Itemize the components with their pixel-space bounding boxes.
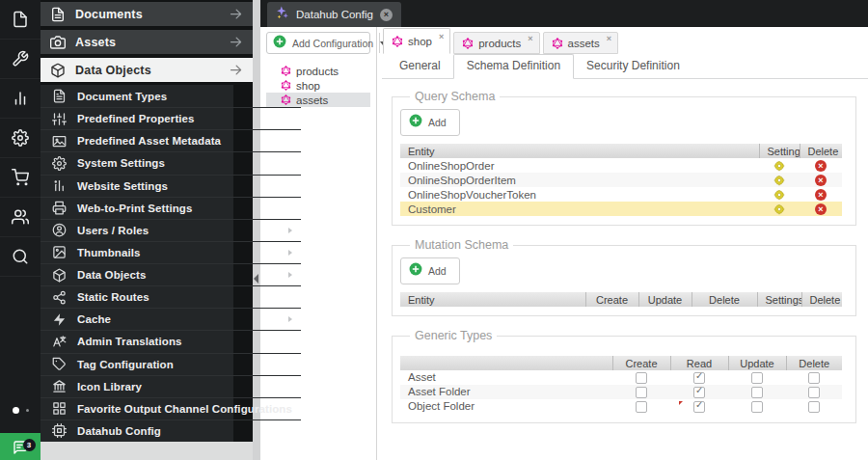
table-row[interactable]: OnlineShopOrder× bbox=[400, 158, 842, 173]
menu-item-users-roles[interactable]: Users / Roles bbox=[41, 219, 301, 241]
update-checkbox[interactable] bbox=[751, 372, 763, 384]
close-icon[interactable]: × bbox=[528, 34, 532, 43]
column-header-delete[interactable]: Delete bbox=[801, 292, 842, 307]
generic-types-table: CreateReadUpdateDelete AssetAsset Folder… bbox=[400, 356, 842, 414]
delete-icon[interactable]: × bbox=[815, 203, 827, 215]
read-checkbox[interactable] bbox=[693, 401, 705, 413]
menu-item-label: Document Types bbox=[77, 91, 167, 102]
column-header-entity[interactable]: Entity bbox=[400, 292, 585, 307]
query-schema-add-button[interactable]: Add bbox=[400, 109, 460, 136]
cart-icon[interactable] bbox=[0, 158, 41, 198]
delete-checkbox[interactable] bbox=[808, 372, 820, 384]
menu-item-label: Cache bbox=[77, 313, 111, 325]
menu-item-admin-translations[interactable]: Admin Translations bbox=[41, 330, 301, 352]
plus-circle-icon bbox=[409, 262, 422, 280]
menu-item-website-settings[interactable]: Website Settings bbox=[41, 175, 301, 197]
column-header-create[interactable]: Create bbox=[612, 356, 670, 370]
column-header-delete[interactable]: Delete bbox=[786, 356, 842, 370]
column-header-settings[interactable]: Settings bbox=[757, 292, 801, 307]
menu-item-icon-library[interactable]: Icon Library bbox=[41, 375, 301, 397]
mutation-schema-add-button[interactable]: Add bbox=[400, 257, 460, 284]
column-header-create[interactable]: Create bbox=[585, 292, 638, 307]
section-tab-security-definition[interactable]: Security Definition bbox=[574, 55, 692, 78]
settings-gear-icon[interactable] bbox=[773, 160, 785, 172]
read-checkbox[interactable] bbox=[693, 387, 705, 398]
accordion-header-documents[interactable]: Documents bbox=[41, 2, 253, 26]
graphql-icon bbox=[281, 66, 291, 76]
delete-icon[interactable]: × bbox=[815, 189, 827, 201]
table-row[interactable]: Customer× bbox=[400, 202, 842, 216]
update-checkbox[interactable] bbox=[751, 401, 763, 413]
plus-circle-icon bbox=[273, 35, 286, 52]
settings-gear-icon[interactable] bbox=[773, 189, 785, 201]
gear-icon bbox=[52, 156, 67, 171]
update-checkbox[interactable] bbox=[751, 387, 763, 398]
gear-icon[interactable] bbox=[0, 119, 41, 158]
delete-icon[interactable]: × bbox=[815, 175, 827, 186]
settings-gear-icon[interactable] bbox=[773, 203, 785, 215]
menu-item-label: Favorite Output Channel Configurations bbox=[77, 403, 292, 415]
tree-item-products[interactable]: products bbox=[266, 64, 370, 78]
table-row[interactable]: Object Folder bbox=[400, 399, 842, 414]
tree-item-label: assets bbox=[296, 95, 328, 106]
table-row[interactable]: Asset bbox=[400, 370, 842, 385]
menu-item-thumbnails[interactable]: Thumbnails bbox=[41, 241, 301, 263]
query-schema-legend: Query Schema bbox=[410, 90, 500, 103]
menu-item-datahub-config[interactable]: Datahub Config bbox=[41, 419, 301, 442]
close-icon[interactable]: × bbox=[380, 9, 393, 21]
search-icon[interactable] bbox=[0, 237, 41, 277]
section-tab-general[interactable]: General bbox=[387, 55, 453, 78]
accordion-bottom-strip bbox=[41, 442, 253, 460]
config-tab-products[interactable]: products× bbox=[453, 32, 539, 54]
column-header-name[interactable] bbox=[400, 356, 612, 370]
tree-item-label: products bbox=[296, 66, 339, 77]
delete-checkbox[interactable] bbox=[808, 387, 820, 398]
notifications-chat-button[interactable]: 3 bbox=[0, 433, 41, 460]
menu-item-system-settings[interactable]: System Settings bbox=[41, 151, 301, 174]
delete-checkbox[interactable] bbox=[808, 401, 820, 413]
generic-types-fieldset: Generic Types CreateReadUpdateDelete Ass… bbox=[392, 329, 856, 423]
column-header-delete[interactable]: Delete bbox=[692, 292, 757, 307]
section-tabs: GeneralSchema DefinitionSecurity Definit… bbox=[382, 54, 868, 79]
delete-icon[interactable]: × bbox=[815, 160, 827, 172]
menu-item-document-types[interactable]: Document Types bbox=[41, 85, 301, 107]
close-icon[interactable]: × bbox=[439, 32, 444, 41]
menu-item-data-objects[interactable]: Data Objects bbox=[41, 263, 301, 285]
menu-item-favorite-output-channel-configurations[interactable]: Favorite Output Channel Configurations bbox=[41, 397, 301, 419]
column-header-update[interactable]: Update bbox=[638, 292, 692, 307]
table-row[interactable]: Asset Folder bbox=[400, 385, 842, 399]
menu-item-cache[interactable]: Cache bbox=[41, 308, 301, 330]
column-header-entity[interactable]: Entity bbox=[400, 144, 759, 158]
column-header-settings[interactable]: Settings bbox=[759, 144, 800, 158]
section-tab-schema-definition[interactable]: Schema Definition bbox=[453, 54, 574, 79]
settings-gear-icon[interactable] bbox=[773, 175, 785, 186]
column-header-read[interactable]: Read bbox=[670, 356, 728, 370]
menu-item-predefined-asset-metadata[interactable]: Predefined Asset Metadata bbox=[41, 129, 301, 151]
create-checkbox[interactable] bbox=[636, 372, 647, 384]
type-name-cell: Object Folder bbox=[400, 399, 612, 414]
config-tab-shop[interactable]: shop× bbox=[383, 28, 450, 54]
column-header-update[interactable]: Update bbox=[728, 356, 786, 370]
tab-datahub-config[interactable]: Datahub Config × bbox=[267, 2, 401, 27]
table-row[interactable]: OnlineShopOrderItem× bbox=[400, 173, 842, 187]
menu-item-static-routes[interactable]: Static Routes bbox=[41, 285, 301, 308]
menu-item-label: System Settings bbox=[77, 157, 165, 169]
create-checkbox[interactable] bbox=[636, 401, 647, 413]
add-configuration-button[interactable]: Add Configuration bbox=[266, 32, 370, 54]
bar-chart-icon[interactable] bbox=[0, 79, 41, 119]
accordion-header-assets[interactable]: Assets bbox=[41, 30, 253, 54]
file-icon[interactable] bbox=[0, 0, 41, 40]
users-icon[interactable] bbox=[0, 198, 41, 237]
wrench-icon[interactable] bbox=[0, 40, 41, 79]
read-checkbox[interactable] bbox=[693, 372, 705, 384]
graphql-icon bbox=[392, 36, 403, 47]
menu-item-predefined-properties[interactable]: Predefined Properties bbox=[41, 107, 301, 129]
column-header-delete[interactable]: Delete bbox=[800, 144, 842, 158]
close-icon[interactable]: × bbox=[607, 34, 611, 43]
create-checkbox[interactable] bbox=[636, 387, 647, 398]
menu-item-web-to-print-settings[interactable]: Web-to-Print Settings bbox=[41, 197, 301, 219]
accordion-header-data-objects[interactable]: Data Objects bbox=[41, 58, 253, 82]
table-row[interactable]: OnlineShopVoucherToken× bbox=[400, 187, 842, 202]
config-tab-assets[interactable]: assets× bbox=[543, 32, 619, 54]
menu-item-tag-configuration[interactable]: Tag Configuration bbox=[41, 353, 301, 375]
